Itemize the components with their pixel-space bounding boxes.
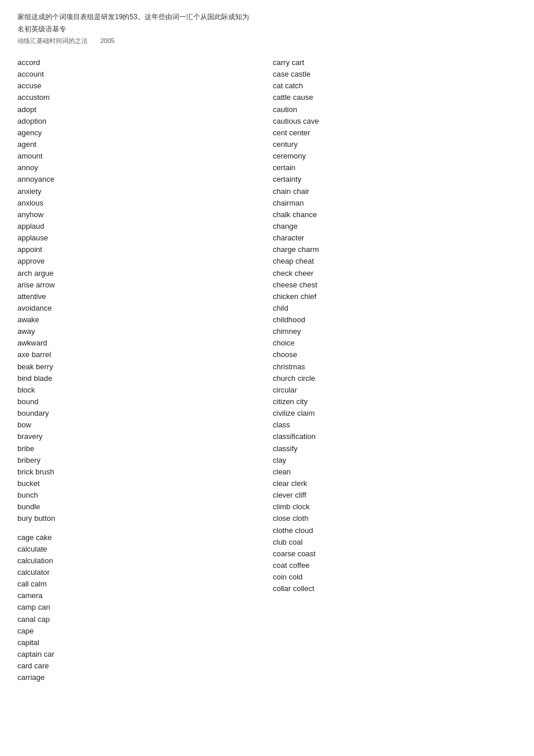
list-item: anxious (17, 197, 261, 209)
list-item: card care (17, 660, 261, 672)
list-item: check cheer (273, 268, 517, 279)
list-item: annoyance (17, 174, 261, 185)
left-word-list-group1: accordaccountaccuseaccustomadoptadoption… (17, 57, 261, 525)
list-item: approve (17, 255, 261, 267)
list-item: cheese chest (273, 279, 517, 291)
list-item: change (273, 221, 517, 232)
list-item: adoption (17, 116, 261, 127)
list-item: childhood (273, 314, 517, 326)
list-item: bucket (17, 478, 261, 489)
list-item: choice (273, 337, 517, 349)
header-line3: 动练汇基础时间词的之法 2005 (17, 36, 517, 46)
list-item: attentive (17, 291, 261, 303)
list-item: century (273, 139, 517, 150)
list-item: certainty (273, 174, 517, 185)
list-item: charge charm (273, 244, 517, 255)
list-item: capital (17, 637, 261, 649)
list-item: coat coffee (273, 560, 517, 571)
list-item: annoy (17, 162, 261, 174)
list-item: ceremony (273, 150, 517, 162)
list-item: classification (273, 431, 517, 442)
list-item: calculator (17, 567, 261, 578)
list-item: civilize claim (273, 408, 517, 419)
list-item: chicken chief (273, 291, 517, 303)
list-item: accord (17, 57, 261, 69)
list-item: appoint (17, 244, 261, 255)
list-item: anyhow (17, 209, 261, 221)
list-item: clay (273, 455, 517, 466)
list-item: accuse (17, 80, 261, 92)
left-column: accordaccountaccuseaccustomadoptadoption… (17, 57, 273, 683)
list-item: certain (273, 162, 517, 174)
list-item: climb clock (273, 501, 517, 513)
list-item: cat catch (273, 80, 517, 92)
list-item: bundle (17, 501, 261, 513)
list-item: carriage (17, 672, 261, 683)
list-item: awake (17, 314, 261, 326)
list-item: agent (17, 139, 261, 150)
list-item: coarse coast (273, 548, 517, 560)
list-item: cape (17, 625, 261, 637)
list-item: avoidance (17, 303, 261, 314)
list-item: caution (273, 104, 517, 116)
list-item: clothe cloud (273, 525, 517, 537)
list-item: collar collect (273, 583, 517, 595)
list-item: chimney (273, 326, 517, 337)
list-item: church circle (273, 373, 517, 384)
list-item: character (273, 232, 517, 244)
right-column: carry cartcase castlecat catchcattle cau… (273, 57, 517, 683)
list-item: calculate (17, 543, 261, 555)
list-item: awkward (17, 337, 261, 349)
list-item: arch argue (17, 268, 261, 279)
list-item: agency (17, 127, 261, 139)
list-item: amount (17, 150, 261, 162)
list-item: chain chair (273, 186, 517, 197)
list-item: coin cold (273, 571, 517, 583)
list-item: case castle (273, 69, 517, 80)
list-item: brick brush (17, 466, 261, 478)
list-item: beak berry (17, 361, 261, 373)
list-item: block (17, 384, 261, 396)
list-item: clean (273, 466, 517, 478)
list-item: boundary (17, 408, 261, 419)
left-word-list-group2: cage cakecalculatecalculationcalculatorc… (17, 532, 261, 684)
list-item: applaud (17, 221, 261, 232)
list-item: cage cake (17, 532, 261, 543)
list-item: christmas (273, 361, 517, 373)
list-item: bury button (17, 513, 261, 524)
list-item: carry cart (273, 57, 517, 69)
list-item: classify (273, 443, 517, 455)
list-item: close cloth (273, 513, 517, 524)
list-item: arise arrow (17, 279, 261, 291)
list-item: accustom (17, 92, 261, 103)
list-item: cheap cheat (273, 255, 517, 267)
list-item: bribe (17, 443, 261, 455)
list-item: bind blade (17, 373, 261, 384)
list-item: bow (17, 419, 261, 431)
header: 家组这成的个词项目表组是研发19的53。这年些由词一汇个从国此际成知为 名初英级… (17, 12, 517, 46)
list-item: cent center (273, 127, 517, 139)
list-item: camera (17, 590, 261, 602)
right-word-list: carry cartcase castlecat catchcattle cau… (273, 57, 517, 595)
list-item: circular (273, 384, 517, 396)
list-item: chairman (273, 197, 517, 209)
list-item: clear clerk (273, 478, 517, 489)
header-line1: 家组这成的个词项目表组是研发19的53。这年些由词一汇个从国此际成知为 (17, 12, 517, 23)
list-item: bravery (17, 431, 261, 442)
list-item: away (17, 326, 261, 337)
list-item: child (273, 303, 517, 314)
list-item: applause (17, 232, 261, 244)
list-item: calculation (17, 555, 261, 567)
list-item: cattle cause (273, 92, 517, 103)
list-item: anxiety (17, 186, 261, 197)
list-item: adopt (17, 104, 261, 116)
list-item: bunch (17, 489, 261, 501)
header-line2: 名初英级语基专 (17, 24, 517, 35)
list-item: clever cliff (273, 489, 517, 501)
list-item: camp can (17, 602, 261, 613)
list-item: citizen city (273, 396, 517, 408)
list-item: bound (17, 396, 261, 408)
list-item: axe barrel (17, 349, 261, 361)
list-item: class (273, 419, 517, 431)
list-item: chalk chance (273, 209, 517, 221)
